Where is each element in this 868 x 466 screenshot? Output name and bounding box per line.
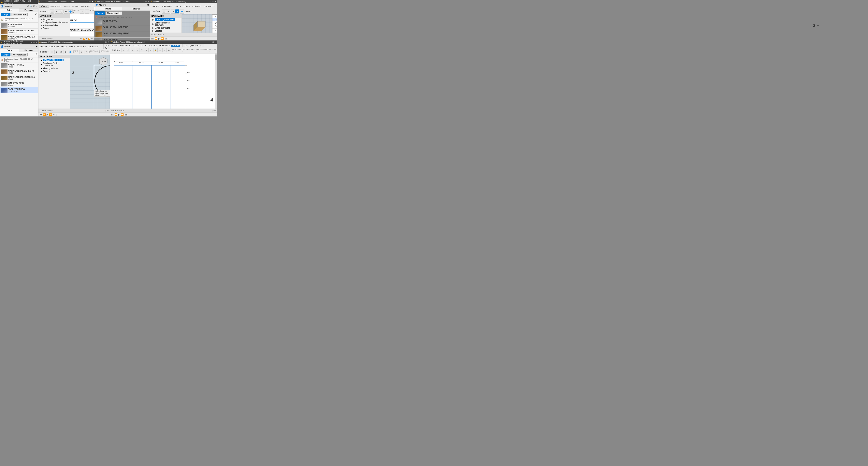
bot4-t-5[interactable]: ⏭	[124, 113, 127, 116]
bot-item-4[interactable]: TAPA IZQUIERDO 12:02:24 AM	[0, 87, 38, 93]
bot-win4-close[interactable]: ✕	[215, 41, 216, 43]
bot-win4-max[interactable]: □	[213, 41, 214, 43]
menu-derivar[interactable]: Derivar	[213, 25, 217, 28]
win3-nav-0[interactable]: ▶TAPA IZQUIERDO v8	[150, 18, 182, 21]
user-name[interactable]: Mariana	[4, 5, 12, 7]
bot-tab-solid[interactable]: SÓLIDO	[39, 46, 48, 48]
win1-minimize[interactable]: ─	[87, 1, 88, 3]
bot4-t3[interactable]: ○	[131, 48, 135, 52]
win3-nav-2[interactable]: ▶Vistas guardadas	[150, 26, 182, 29]
win3-tab-solid[interactable]: SÓLIDO	[151, 5, 160, 7]
transport-6[interactable]: |	[168, 37, 168, 40]
bot-diseno-btn[interactable]: DISEÑO ▾	[39, 50, 50, 54]
win3-diseno-btn[interactable]: DISEÑO ▾	[151, 10, 161, 13]
status-icon-2[interactable]: ⏪	[83, 38, 85, 40]
bot4-tab-surface[interactable]: SUPERFICIE	[120, 45, 132, 47]
bot-tab-datos[interactable]: Datos	[0, 49, 19, 52]
bot-tool-2[interactable]: ◈	[55, 50, 59, 54]
bot-t6[interactable]: |	[56, 113, 57, 116]
win3-tool-1[interactable]: ⬜	[161, 9, 166, 13]
win2-item-3[interactable]: CARA TRASERA 4/4/22	[94, 37, 150, 40]
status-icon-1[interactable]: ⏮	[81, 38, 82, 40]
bot4-t10[interactable]: ○	[162, 48, 167, 52]
win2-tab-datos[interactable]: Datos	[94, 7, 122, 10]
list-item-1[interactable]: CARA LATERAL DERECHO 18:29:24 PM	[0, 29, 38, 35]
win3-nav-1[interactable]: ▶Configuración del documento	[150, 21, 182, 26]
bot-t5[interactable]: ⏭	[53, 113, 55, 116]
bot4-t1[interactable]: ✏	[122, 48, 126, 52]
bot-tab-util[interactable]: UTILIDADES	[87, 46, 99, 48]
bot-nav-0[interactable]: ▶TAPA IZQUIERDO v8	[38, 58, 70, 62]
scrollbar-right[interactable]	[215, 54, 217, 109]
bot-tab-surface[interactable]: SUPERFICIE	[48, 46, 60, 48]
bot4-t2[interactable]: ⬜	[126, 48, 130, 52]
bot-win3-close[interactable]: ✕	[107, 41, 109, 43]
bot4-t9[interactable]: △	[158, 48, 162, 52]
close-icon[interactable]: ✕	[36, 5, 37, 7]
bot4-tab-malla[interactable]: MALLA	[132, 45, 140, 47]
win3-tool-4[interactable]: ⊕	[175, 9, 180, 13]
win2-tab-personas[interactable]: Personas	[122, 7, 150, 10]
win2-item-1[interactable]: CARA LATERAL DERECHO 4/4/22	[94, 25, 150, 31]
win2-item-0[interactable]: CARA FRONTAL 4/4/22	[94, 19, 150, 25]
bot-nav-1[interactable]: ▶Configuración del documento	[38, 62, 70, 67]
bot-nav-3[interactable]: ▶Bocetos	[38, 70, 70, 73]
bot-item-0[interactable]: CARA FRONTAL 4/4/22	[0, 63, 38, 69]
win2-maximize[interactable]: □	[145, 1, 146, 3]
win3-minimize[interactable]: ─	[210, 1, 211, 3]
bot-user-name[interactable]: Mariana	[4, 46, 12, 48]
bot-load-btn[interactable]: Cargar	[1, 53, 10, 56]
bot-item-2[interactable]: CARA LATERAL IZQUIERDA 4/4/22	[0, 75, 38, 81]
bot-bar-close[interactable]: ✕	[35, 41, 37, 43]
bot-tab-plastico[interactable]: PLÁSTICO	[76, 46, 87, 48]
menu-nuevo-componente[interactable]: Nuevo componente	[213, 14, 217, 18]
load-button[interactable]: Cargar	[1, 13, 10, 16]
win3-close[interactable]: ✕	[215, 1, 216, 3]
bot-tool-1[interactable]: ⬜	[50, 50, 54, 54]
list-item-2[interactable]: CARA LATERAL IZQUIERDA 11:37:23 PM	[0, 35, 38, 40]
win3-tab-malla[interactable]: MALLA	[174, 5, 182, 7]
bot4-tab-util[interactable]: UTILIDADES	[159, 45, 170, 47]
transport-2[interactable]: ⏪	[154, 37, 157, 40]
bot4-t6[interactable]: ≡	[144, 48, 149, 52]
win3-tab-surface[interactable]: SUPERFICIE	[160, 5, 174, 7]
list-item-0[interactable]: CARA FRONTAL 9:15 AM	[0, 23, 38, 29]
tab-datos[interactable]: Datos	[0, 8, 19, 12]
win2-item-2[interactable]: CARA LATERAL IZQUIERDA 4/4/22	[94, 31, 150, 37]
win3-tool-2[interactable]: ◈	[166, 9, 170, 13]
nav-item-2[interactable]: ▶Vistas guardadas	[38, 24, 70, 27]
win1-close[interactable]: ✕	[92, 1, 93, 3]
bot4-t-2[interactable]: ⏪	[115, 113, 117, 116]
bot-tab-personas[interactable]: Personas	[19, 49, 38, 52]
bot4-t7[interactable]: ⌐	[149, 48, 153, 52]
home-icon[interactable]: 🏠	[1, 19, 3, 21]
win3-nav-3[interactable]: ▶Bocetos	[150, 29, 182, 32]
win3-tool-3[interactable]: ⬡	[170, 9, 175, 13]
dialog-location-select[interactable]: Casita para Gatos > PLANOS DE LA CASA	[70, 28, 94, 32]
tool-4[interactable]: ⊕	[64, 9, 68, 13]
win2-close[interactable]: ✕	[148, 1, 149, 3]
bot-tab-malla[interactable]: MALLA	[61, 46, 68, 48]
bot-t1[interactable]: ⏮	[40, 113, 42, 116]
win2-load-btn[interactable]: Cargar	[95, 11, 105, 15]
menu-revolucion[interactable]: Revolución	[213, 29, 217, 32]
win2-minimize[interactable]: ─	[143, 1, 144, 3]
win3-crear-label[interactable]: CREAR ▾	[184, 11, 191, 12]
bot-gear-icon[interactable]: ⚙	[35, 53, 37, 56]
menu-crear-forma[interactable]: Crear forma	[213, 21, 217, 25]
tab-malla[interactable]: MALLA	[63, 5, 71, 7]
win1-maximize[interactable]: □	[90, 1, 91, 3]
status-icon-3[interactable]: ▶	[86, 38, 87, 40]
tool-3[interactable]: ⬡	[59, 9, 64, 13]
bot4-t5[interactable]: ⌒	[140, 48, 144, 52]
new-folder-button[interactable]: Nueva carpeta	[11, 13, 28, 16]
transport-5[interactable]: ⏭	[164, 37, 167, 40]
nav-item-3[interactable]: ▶Origen	[38, 27, 70, 30]
tab-personas[interactable]: Personas	[19, 8, 38, 12]
grid-icon[interactable]: ⊞	[33, 5, 35, 7]
bot-tool-5[interactable]: 🔷	[68, 50, 72, 54]
win3-tab-plastico[interactable]: PLÁSTICO	[191, 5, 203, 7]
refresh-icon[interactable]: ↺	[27, 5, 29, 7]
bot-folder-btn[interactable]: Nueva carpeta	[11, 53, 28, 56]
dialog-name-input[interactable]	[70, 18, 94, 23]
